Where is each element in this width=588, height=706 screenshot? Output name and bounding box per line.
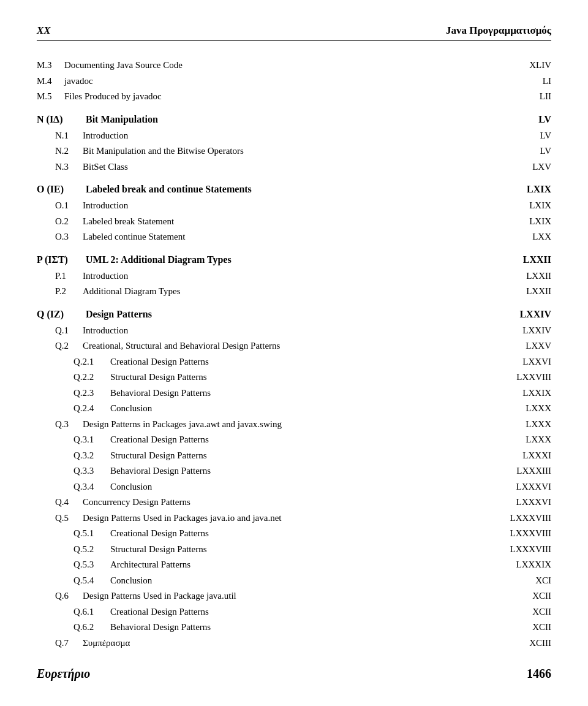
entry-title: Creational Design Patterns <box>110 605 490 619</box>
entry-page: LXXIX <box>490 386 551 400</box>
entry-num: Q.2.3 <box>74 386 104 400</box>
entry-title: Introduction <box>83 129 490 143</box>
entry-page: LXXXVI <box>490 480 551 494</box>
entry-num: O.1 <box>55 199 77 213</box>
entry-page: LXIX <box>490 214 551 229</box>
entry-title: Bit Manipulation and the Bitwise Operato… <box>83 144 490 158</box>
entry-num: Q.1 <box>55 324 77 338</box>
entry-page: XCI <box>490 574 551 588</box>
entry-num: Q.5.4 <box>74 574 104 588</box>
entry-num: M.5 <box>37 89 58 104</box>
entry-page: LXX <box>490 230 551 244</box>
entry-title: Design Patterns Used in Package java.uti… <box>83 589 490 603</box>
toc-entry: N.3BitSet ClassLXV <box>37 160 551 174</box>
toc-entry: Q.6.1Creational Design PatternsXCII <box>37 605 551 619</box>
entry-num: O.3 <box>55 230 77 244</box>
entry-title: Introduction <box>83 269 490 283</box>
entry-title: Files Produced by javadoc <box>64 89 490 104</box>
entry-title: Behavioral Design Patterns <box>110 464 490 478</box>
entry-num: N.3 <box>55 160 77 174</box>
toc-entry: Q.4Concurrency Design PatternsLXXXVI <box>37 495 551 509</box>
entry-page: LXXX <box>490 433 551 447</box>
entry-title: Bit Manipulation <box>86 112 490 127</box>
entry-page: LXXII <box>490 252 551 267</box>
entry-title: Συμπέρασμα <box>83 636 490 650</box>
toc-entry: Q.3.4ConclusionLXXXVI <box>37 480 551 494</box>
entry-page: LXXIV <box>490 307 551 322</box>
entry-page: LXXX <box>490 401 551 416</box>
entry-page: LXXXIX <box>490 558 551 572</box>
entry-title: Additional Diagram Types <box>83 284 490 298</box>
entry-title: Introduction <box>83 324 490 338</box>
entry-title: Design Patterns Used in Packages java.io… <box>83 511 490 525</box>
entry-page: LXXIV <box>490 324 551 338</box>
entry-page: XCII <box>490 605 551 619</box>
entry-title: javadoc <box>64 74 490 88</box>
entry-page: LV <box>490 144 551 158</box>
entry-num: N.2 <box>55 144 77 158</box>
entry-page: LXXXVIII <box>490 526 551 541</box>
entry-num: Q (ΙΖ) <box>37 307 80 322</box>
entry-title: Design Patterns in Packages java.awt and… <box>83 417 490 431</box>
entry-title: Labeled break Statement <box>83 214 490 229</box>
entry-page: LV <box>490 129 551 143</box>
entry-page: LXXXVIII <box>490 511 551 525</box>
entry-title: Behavioral Design Patterns <box>110 386 490 400</box>
toc-entry: P (ΙΣΤ)UML 2: Additional Diagram TypesLX… <box>37 252 551 267</box>
toc-entry: Q.2.2Structural Design PatternsLXXVIII <box>37 370 551 384</box>
entry-page: XLIV <box>490 58 551 72</box>
index-page: 1466 <box>527 667 551 681</box>
entry-num: Q.5.2 <box>74 542 104 556</box>
toc-entry: M.3Documenting Java Source CodeXLIV <box>37 58 551 72</box>
entry-title: Documenting Java Source Code <box>64 58 490 72</box>
entry-title: Structural Design Patterns <box>110 370 490 384</box>
toc-entry: Q.5.4ConclusionXCI <box>37 574 551 588</box>
book-title: Java Προγραμματισμός <box>446 25 551 37</box>
entry-num: Q.3.1 <box>74 433 104 447</box>
toc-entry: Q.2Creational, Structural and Behavioral… <box>37 339 551 353</box>
toc-entry: O.2Labeled break StatementLXIX <box>37 214 551 229</box>
toc-entry: Q.3.1Creational Design PatternsLXXX <box>37 433 551 447</box>
toc-entry: Q.6Design Patterns Used in Package java.… <box>37 589 551 603</box>
entry-num: Q.2.1 <box>74 355 104 369</box>
entry-num: Q.3.2 <box>74 449 104 463</box>
toc-entry: Q.3.3Behavioral Design PatternsLXXXIII <box>37 464 551 478</box>
entry-num: O (ΙΕ) <box>37 182 80 197</box>
entry-num: P.1 <box>55 269 77 283</box>
entry-num: Q.7 <box>55 636 77 650</box>
entry-title: Creational, Structural and Behavioral De… <box>83 339 490 353</box>
entry-title: BitSet Class <box>83 160 490 174</box>
entry-num: Q.3 <box>55 417 77 431</box>
toc-entry: Q.5.2Structural Design PatternsLXXXVIII <box>37 542 551 556</box>
entry-num: Q.4 <box>55 495 77 509</box>
entry-title: Conclusion <box>110 574 490 588</box>
entry-title: Concurrency Design Patterns <box>83 495 490 509</box>
entry-num: Q.6.2 <box>74 620 104 634</box>
entry-num: Q.3.3 <box>74 464 104 478</box>
toc-entry: O.3Labeled continue StatementLXX <box>37 230 551 244</box>
index-footer: Ευρετήριο 1466 <box>37 667 551 681</box>
toc-entry: Q.5Design Patterns Used in Packages java… <box>37 511 551 525</box>
toc-entry: Q.5.1Creational Design PatternsLXXXVIII <box>37 526 551 541</box>
entry-page: LXXXVIII <box>490 542 551 556</box>
toc-entry: Q.2.1Creational Design PatternsLXXVI <box>37 355 551 369</box>
entry-num: M.3 <box>37 58 58 72</box>
entry-title: Architectural Patterns <box>110 558 490 572</box>
entry-page: XCII <box>490 589 551 603</box>
entry-page: XCII <box>490 620 551 634</box>
entry-num: Q.2.2 <box>74 370 104 384</box>
entry-page: LXXII <box>490 284 551 298</box>
entry-num: Q.6.1 <box>74 605 104 619</box>
entry-num: N.1 <box>55 129 77 143</box>
entry-num: Q.5.1 <box>74 526 104 541</box>
entry-num: N (ΙΔ) <box>37 112 80 127</box>
toc-entry: O.1IntroductionLXIX <box>37 199 551 213</box>
entry-title: UML 2: Additional Diagram Types <box>86 252 490 267</box>
entry-page: XCIII <box>490 636 551 650</box>
entry-num: Q.3.4 <box>74 480 104 494</box>
entry-page: LXXII <box>490 269 551 283</box>
entry-page: LV <box>490 112 551 127</box>
entry-num: Q.5.3 <box>74 558 104 572</box>
entry-title: Creational Design Patterns <box>110 355 490 369</box>
entry-page: LXIX <box>490 199 551 213</box>
